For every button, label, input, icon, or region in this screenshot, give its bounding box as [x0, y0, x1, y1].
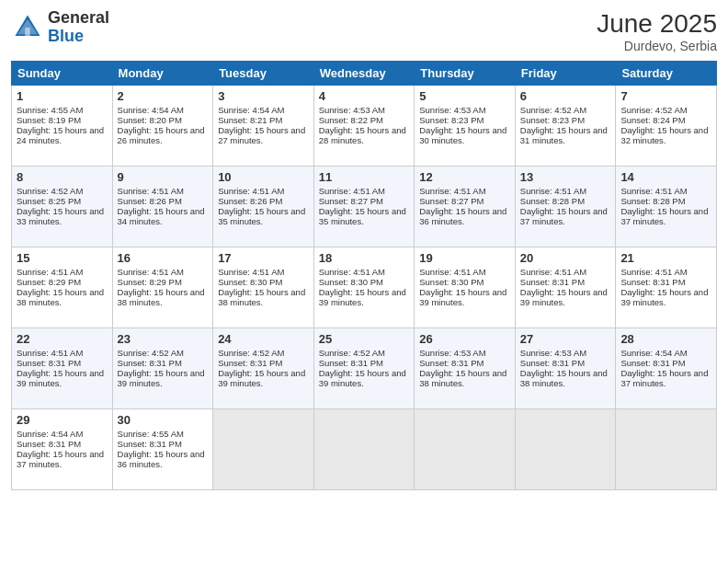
- daylight-label: Daylight: 15 hours and 39 minutes.: [419, 287, 506, 307]
- table-row: 28Sunrise: 4:54 AMSunset: 8:31 PMDayligh…: [616, 328, 717, 409]
- table-row: 23Sunrise: 4:52 AMSunset: 8:31 PMDayligh…: [112, 328, 213, 409]
- col-thursday: Thursday: [415, 62, 516, 86]
- svg-rect-2: [25, 28, 29, 36]
- sunset-label: Sunset: 8:31 PM: [17, 439, 81, 449]
- table-row: 22Sunrise: 4:51 AMSunset: 8:31 PMDayligh…: [12, 328, 113, 409]
- daylight-label: Daylight: 15 hours and 38 minutes.: [218, 287, 305, 307]
- sunrise-label: Sunrise: 4:51 AM: [620, 186, 687, 196]
- sunset-label: Sunset: 8:23 PM: [520, 115, 585, 125]
- daylight-label: Daylight: 15 hours and 39 minutes.: [118, 368, 205, 388]
- sunset-label: Sunset: 8:26 PM: [218, 196, 282, 206]
- sunrise-label: Sunrise: 4:53 AM: [419, 348, 485, 358]
- day-number: 29: [17, 413, 108, 427]
- daylight-label: Daylight: 15 hours and 38 minutes.: [17, 287, 104, 307]
- sunset-label: Sunset: 8:31 PM: [118, 439, 182, 449]
- table-row: 30Sunrise: 4:55 AMSunset: 8:31 PMDayligh…: [112, 409, 213, 490]
- table-row: 20Sunrise: 4:51 AMSunset: 8:31 PMDayligh…: [515, 247, 616, 328]
- table-row: 1Sunrise: 4:55 AMSunset: 8:19 PMDaylight…: [12, 86, 113, 167]
- table-row: 14Sunrise: 4:51 AMSunset: 8:28 PMDayligh…: [616, 167, 717, 247]
- table-row: [213, 409, 314, 490]
- table-row: 21Sunrise: 4:51 AMSunset: 8:31 PMDayligh…: [616, 247, 717, 328]
- daylight-label: Daylight: 15 hours and 24 minutes.: [17, 125, 104, 145]
- sunrise-label: Sunrise: 4:51 AM: [118, 267, 184, 277]
- sunrise-label: Sunrise: 4:51 AM: [419, 186, 485, 196]
- day-number: 9: [118, 170, 209, 184]
- table-row: 13Sunrise: 4:51 AMSunset: 8:28 PMDayligh…: [515, 167, 616, 247]
- col-saturday: Saturday: [616, 62, 717, 86]
- sunrise-label: Sunrise: 4:51 AM: [520, 186, 586, 196]
- header: General Blue June 2025 Durdevo, Serbia: [11, 9, 717, 53]
- sunrise-label: Sunrise: 4:54 AM: [17, 429, 83, 439]
- sunrise-label: Sunrise: 4:51 AM: [319, 267, 385, 277]
- sunset-label: Sunset: 8:29 PM: [118, 277, 182, 287]
- logo-blue: Blue: [48, 28, 109, 46]
- logo-general: General: [48, 9, 109, 28]
- table-row: 5Sunrise: 4:53 AMSunset: 8:23 PMDaylight…: [415, 86, 516, 167]
- daylight-label: Daylight: 15 hours and 39 minutes.: [319, 287, 406, 307]
- daylight-label: Daylight: 15 hours and 39 minutes.: [218, 368, 305, 388]
- day-number: 30: [118, 413, 209, 427]
- sunrise-label: Sunrise: 4:55 AM: [17, 105, 83, 115]
- day-number: 10: [218, 170, 309, 184]
- daylight-label: Daylight: 15 hours and 39 minutes.: [520, 287, 608, 307]
- daylight-label: Daylight: 15 hours and 38 minutes.: [419, 368, 506, 388]
- title-month: June 2025: [597, 9, 717, 39]
- sunset-label: Sunset: 8:27 PM: [319, 196, 383, 206]
- table-row: 6Sunrise: 4:52 AMSunset: 8:23 PMDaylight…: [515, 86, 616, 167]
- daylight-label: Daylight: 15 hours and 37 minutes.: [620, 206, 708, 226]
- sunrise-label: Sunrise: 4:51 AM: [419, 267, 485, 277]
- sunset-label: Sunset: 8:31 PM: [620, 358, 685, 368]
- daylight-label: Daylight: 15 hours and 39 minutes.: [319, 368, 406, 388]
- sunrise-label: Sunrise: 4:51 AM: [17, 267, 83, 277]
- day-number: 28: [620, 332, 711, 346]
- sunset-label: Sunset: 8:28 PM: [520, 196, 585, 206]
- day-number: 23: [118, 332, 209, 346]
- sunset-label: Sunset: 8:31 PM: [319, 358, 383, 368]
- sunrise-label: Sunrise: 4:52 AM: [620, 105, 687, 115]
- sunset-label: Sunset: 8:24 PM: [620, 115, 685, 125]
- table-row: 27Sunrise: 4:53 AMSunset: 8:31 PMDayligh…: [515, 328, 616, 409]
- day-number: 14: [620, 170, 711, 184]
- sunrise-label: Sunrise: 4:54 AM: [620, 348, 687, 358]
- table-row: [616, 409, 717, 490]
- table-row: 15Sunrise: 4:51 AMSunset: 8:29 PMDayligh…: [12, 247, 113, 328]
- day-number: 2: [118, 89, 209, 103]
- table-row: 18Sunrise: 4:51 AMSunset: 8:30 PMDayligh…: [313, 247, 415, 328]
- sunrise-label: Sunrise: 4:51 AM: [17, 348, 83, 358]
- day-number: 25: [319, 332, 410, 346]
- daylight-label: Daylight: 15 hours and 31 minutes.: [520, 125, 608, 145]
- sunset-label: Sunset: 8:29 PM: [17, 277, 81, 287]
- day-number: 11: [319, 170, 410, 184]
- logo-icon: [11, 11, 44, 44]
- daylight-label: Daylight: 15 hours and 37 minutes.: [520, 206, 608, 226]
- table-row: 19Sunrise: 4:51 AMSunset: 8:30 PMDayligh…: [415, 247, 516, 328]
- sunrise-label: Sunrise: 4:54 AM: [218, 105, 284, 115]
- day-number: 19: [419, 251, 510, 265]
- daylight-label: Daylight: 15 hours and 36 minutes.: [118, 449, 205, 469]
- logo: General Blue: [11, 9, 109, 46]
- daylight-label: Daylight: 15 hours and 37 minutes.: [620, 368, 708, 388]
- day-number: 16: [118, 251, 209, 265]
- day-number: 4: [319, 89, 410, 103]
- sunrise-label: Sunrise: 4:53 AM: [319, 105, 385, 115]
- title-block: June 2025 Durdevo, Serbia: [597, 9, 717, 53]
- sunset-label: Sunset: 8:22 PM: [319, 115, 383, 125]
- table-row: 24Sunrise: 4:52 AMSunset: 8:31 PMDayligh…: [213, 328, 314, 409]
- daylight-label: Daylight: 15 hours and 32 minutes.: [620, 125, 708, 145]
- daylight-label: Daylight: 15 hours and 37 minutes.: [17, 449, 104, 469]
- sunrise-label: Sunrise: 4:54 AM: [118, 105, 184, 115]
- table-row: 4Sunrise: 4:53 AMSunset: 8:22 PMDaylight…: [313, 86, 415, 167]
- sunset-label: Sunset: 8:27 PM: [419, 196, 483, 206]
- sunrise-label: Sunrise: 4:53 AM: [419, 105, 485, 115]
- table-row: 26Sunrise: 4:53 AMSunset: 8:31 PMDayligh…: [415, 328, 516, 409]
- sunset-label: Sunset: 8:30 PM: [319, 277, 383, 287]
- day-number: 1: [17, 89, 108, 103]
- daylight-label: Daylight: 15 hours and 26 minutes.: [118, 125, 205, 145]
- day-number: 6: [520, 89, 611, 103]
- daylight-label: Daylight: 15 hours and 35 minutes.: [319, 206, 406, 226]
- day-number: 15: [17, 251, 108, 265]
- daylight-label: Daylight: 15 hours and 39 minutes.: [620, 287, 708, 307]
- calendar-header-row: Sunday Monday Tuesday Wednesday Thursday…: [12, 62, 717, 86]
- table-row: 10Sunrise: 4:51 AMSunset: 8:26 PMDayligh…: [213, 167, 314, 247]
- table-row: 8Sunrise: 4:52 AMSunset: 8:25 PMDaylight…: [12, 167, 113, 247]
